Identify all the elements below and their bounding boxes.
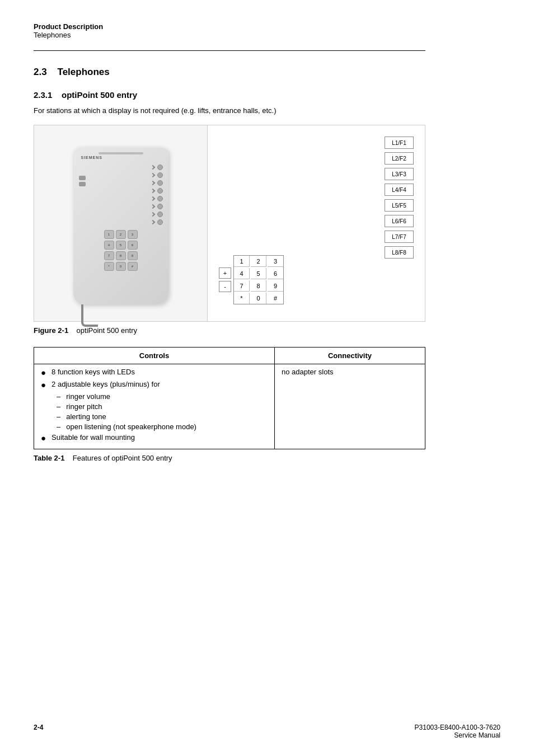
fkey-l5f5: L5/F5: [385, 199, 414, 212]
bullet-item-1: ● 8 function keys with LEDs: [41, 368, 268, 378]
phone-keypad: 123 456 789 *0#: [104, 230, 138, 271]
key-star: *: [234, 293, 250, 304]
fkey-l4f4: L4/F4: [385, 184, 414, 196]
fkey-l1f1: L1/F1: [385, 137, 414, 149]
phone-top-bar: [99, 152, 143, 154]
table-header-controls: Controls: [34, 348, 275, 364]
key-6: 6: [268, 268, 283, 279]
page-footer: 2-4 P31003-E8400-A100-3-7620 Service Man…: [34, 724, 500, 739]
bullet-item-2: ● 2 adjustable keys (plus/minus) for: [41, 380, 268, 390]
section-number: 2.3: [34, 67, 47, 77]
sub-item-4-text: open listening (not speakerphone mode): [66, 422, 196, 431]
footer-doc-type: Service Manual: [415, 731, 500, 739]
sub-item-3: – alerting tone: [57, 412, 268, 421]
bullet-3-icon: ●: [41, 433, 46, 443]
key-hash: #: [268, 293, 283, 304]
bullet-3-text: Suitable for wall mounting: [51, 433, 135, 442]
table-number: Table 2-1: [34, 454, 64, 462]
key-2: 2: [251, 256, 266, 267]
subsection-title-text: optiPoint 500 entry: [62, 90, 137, 100]
dash-3: –: [57, 412, 60, 421]
sub-item-4: – open listening (not speakerphone mode): [57, 422, 268, 431]
table-header-connectivity: Connectivity: [275, 348, 425, 364]
table-caption-text: Features of optiPoint 500 entry: [73, 454, 172, 462]
bullet-1-text: 8 function keys with LEDs: [51, 368, 135, 376]
fkey-l8f8: L8/F8: [385, 246, 414, 259]
figure-number: Figure 2-1: [34, 326, 68, 335]
key-5: 5: [251, 268, 266, 279]
footer-right: P31003-E8400-A100-3-7620 Service Manual: [415, 724, 500, 739]
key-4: 4: [234, 268, 250, 279]
phone-brand-label: SIEMENS: [81, 156, 103, 159]
sub-item-2-text: ringer pitch: [66, 402, 102, 411]
table-controls-cell: ● 8 function keys with LEDs ● 2 adjustab…: [34, 364, 275, 449]
fkey-l3f3: L3/F3: [385, 168, 414, 180]
table-caption: Table 2-1 Features of optiPoint 500 entr…: [34, 454, 500, 462]
sub-item-1: – ringer volume: [57, 392, 268, 401]
sub-item-2: – ringer pitch: [57, 402, 268, 411]
bullet-2-text: 2 adjustable keys (plus/minus) for: [51, 380, 160, 388]
sub-item-1-text: ringer volume: [66, 392, 110, 401]
bullet-2-icon: ●: [41, 380, 46, 390]
ctrl-plus-btn: +: [219, 267, 231, 279]
figure-container: SIEMENS: [34, 125, 425, 322]
figure-phone-image: SIEMENS: [34, 125, 208, 321]
key-3: 3: [268, 256, 283, 267]
key-1: 1: [234, 256, 250, 267]
dash-1: –: [57, 392, 60, 401]
ctrl-minus-btn: -: [219, 281, 231, 292]
numeric-keypad-grid: 1 2 3 4 5 6 7 8 9 * 0 #: [233, 255, 284, 304]
section-title-text: Telephones: [58, 67, 110, 77]
fkey-l2f2: L2/F2: [385, 152, 414, 165]
header-product-description: Product Description: [34, 22, 500, 31]
figure-keypad-diagram: L1/F1 L2/F2 L3/F3 L4/F4 L5/F5 L6/F6 L7/F…: [208, 125, 425, 321]
key-8: 8: [251, 280, 266, 292]
key-7: 7: [234, 280, 250, 292]
footer-page-number: 2-4: [34, 724, 43, 739]
section-heading: 2.3 Telephones: [34, 67, 500, 78]
features-table: Controls Connectivity ● 8 function keys …: [34, 347, 425, 449]
dash-2: –: [57, 402, 60, 411]
sub-list: – ringer volume – ringer pitch – alertin…: [57, 392, 268, 431]
figure-caption-text: optiPoint 500 entry: [77, 326, 137, 335]
phone-cord: [81, 304, 98, 327]
key-0: 0: [251, 293, 266, 304]
header-subtitle: Telephones: [34, 31, 500, 39]
bullet-item-3: ● Suitable for wall mounting: [41, 433, 268, 443]
section-description: For stations at which a display is not r…: [34, 106, 500, 115]
sub-item-3-text: alerting tone: [66, 412, 106, 421]
function-keys-column: L1/F1 L2/F2 L3/F3 L4/F4 L5/F5 L6/F6 L7/F…: [385, 137, 414, 259]
bullet-1-icon: ●: [41, 368, 46, 378]
subsection-heading: 2.3.1 optiPoint 500 entry: [34, 90, 500, 100]
table-connectivity-cell: no adapter slots: [275, 364, 425, 449]
phone-volume-buttons: [79, 176, 86, 186]
phone-function-keys: [151, 165, 163, 225]
keypad-area: + - 1 2 3 4 5 6 7 8 9 * 0 #: [219, 255, 284, 304]
section-divider: [34, 50, 425, 51]
fkey-l6f6: L6/F6: [385, 215, 414, 227]
dash-4: –: [57, 422, 60, 431]
key-9: 9: [268, 280, 283, 292]
figure-caption: Figure 2-1 optiPoint 500 entry: [34, 326, 500, 335]
subsection-number: 2.3.1: [34, 90, 52, 100]
fkey-l7f7: L7/F7: [385, 231, 414, 243]
ctrl-buttons: + -: [219, 267, 231, 292]
connectivity-item-1: no adapter slots: [282, 368, 334, 376]
footer-doc-number: P31003-E8400-A100-3-7620: [415, 724, 500, 731]
